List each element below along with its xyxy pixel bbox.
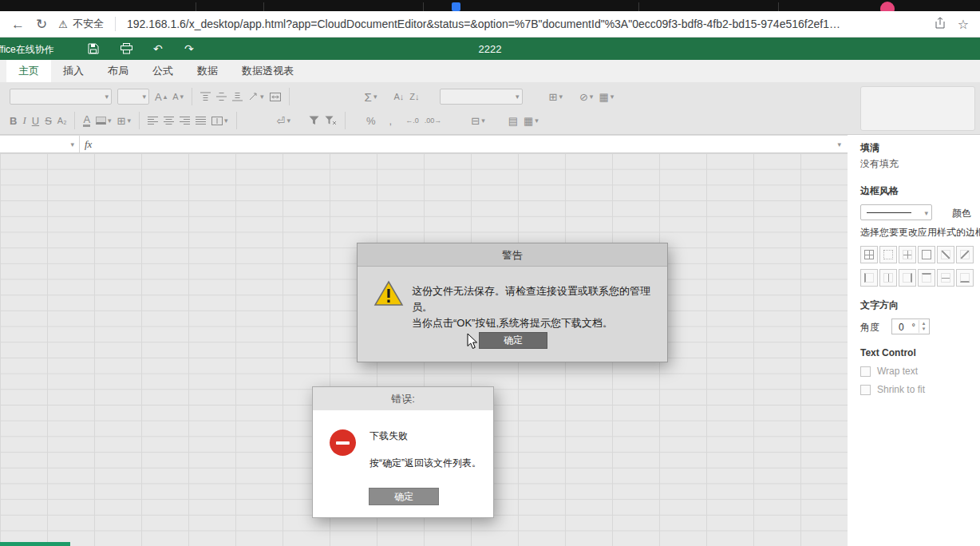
increase-decimal-button[interactable]: .00→: [425, 117, 442, 125]
tab-separator: [263, 2, 264, 11]
tab-pivot-table[interactable]: 数据透视表: [230, 60, 306, 82]
fill-color-button[interactable]: ▾: [96, 117, 112, 125]
border-left-button[interactable]: [860, 269, 878, 287]
align-top-icon[interactable]: [200, 92, 211, 101]
border-top-button[interactable]: [918, 269, 935, 287]
fill-section-label: 填满: [860, 141, 879, 155]
error-dialog-title[interactable]: 错误:: [313, 387, 493, 410]
delete-cells-button[interactable]: ⊟▾: [471, 115, 484, 127]
increase-font-button[interactable]: A▴: [155, 91, 167, 103]
border-all-button[interactable]: [860, 246, 878, 263]
warning-dialog-title[interactable]: 警告: [358, 243, 667, 267]
borders-button[interactable]: ⊞▾: [117, 115, 131, 127]
number-format-select[interactable]: ▾: [440, 89, 523, 105]
decrease-font-button[interactable]: A▾: [172, 92, 184, 101]
bold-button[interactable]: B: [10, 115, 17, 127]
border-inner-button[interactable]: [899, 246, 916, 263]
chevron-down-icon: ▾: [924, 210, 928, 217]
strikethrough-button[interactable]: S: [45, 115, 52, 127]
comma-style-button[interactable]: ,: [389, 115, 393, 127]
percent-style-button[interactable]: %: [366, 115, 376, 127]
name-box[interactable]: ▾: [0, 136, 80, 152]
filter-icon[interactable]: [309, 116, 319, 125]
merge-center-button[interactable]: ▾: [211, 117, 228, 125]
error-ok-button[interactable]: 确定: [369, 488, 439, 505]
expand-formula-bar-icon[interactable]: ▾: [837, 141, 841, 148]
clear-filter-icon[interactable]: [325, 116, 337, 125]
border-right-button[interactable]: [899, 269, 916, 287]
line-style-sample: [867, 212, 911, 213]
reload-icon[interactable]: ↻: [36, 18, 47, 31]
font-size-select[interactable]: ▾: [117, 89, 149, 105]
tab-separator: [196, 2, 196, 11]
border-diagonal-up-button[interactable]: [937, 246, 954, 263]
align-left-icon[interactable]: [148, 116, 158, 125]
align-center-icon[interactable]: [164, 116, 174, 125]
profile-avatar[interactable]: [880, 2, 895, 11]
caret-up-icon: ▴: [164, 93, 168, 101]
align-middle-icon[interactable]: [216, 92, 227, 101]
tab-layout[interactable]: 布局: [96, 60, 140, 82]
warning-ok-button[interactable]: 确定: [479, 332, 547, 349]
border-presets-row-2: [860, 269, 974, 287]
browser-tab-strip[interactable]: [0, 0, 980, 11]
border-horizontal-button[interactable]: [937, 269, 954, 287]
back-icon[interactable]: ←: [11, 18, 25, 31]
warning-triangle-icon: ⚠: [58, 18, 68, 30]
font-family-select[interactable]: ▾: [10, 89, 112, 105]
cell-style-button[interactable]: ▦▾: [599, 91, 614, 103]
format-table-button[interactable]: ▦▾: [524, 115, 539, 127]
border-bottom-button[interactable]: [956, 269, 974, 287]
shrink-to-fit-checkbox[interactable]: [860, 385, 871, 395]
divider: [289, 88, 290, 105]
fx-icon[interactable]: fx: [85, 138, 92, 151]
border-outline-button[interactable]: [918, 246, 935, 263]
wrap-text-button[interactable]: ⏎▾: [277, 115, 290, 127]
text-control-label: Text Control: [860, 347, 916, 358]
bookmark-star-icon[interactable]: ☆: [958, 17, 969, 32]
sort-descending-button[interactable]: Z↓: [409, 92, 419, 101]
angle-spinner[interactable]: 0 ° ▴ ▾: [891, 318, 930, 334]
justify-icon[interactable]: [196, 116, 206, 125]
tab-insert[interactable]: 插入: [51, 60, 96, 82]
tab-formulas[interactable]: 公式: [140, 60, 185, 82]
subscript-button[interactable]: A₂: [57, 116, 67, 125]
decrease-decimal-button[interactable]: ←.0: [405, 117, 419, 125]
align-right-icon[interactable]: [180, 116, 190, 125]
spinner-up-icon[interactable]: ▴: [923, 320, 926, 326]
spinner-down-icon[interactable]: ▾: [923, 326, 926, 331]
row-format-button[interactable]: ▤: [508, 115, 518, 127]
border-diagonal-down-button[interactable]: [956, 246, 974, 263]
font-color-button[interactable]: A: [83, 114, 90, 128]
border-color-label[interactable]: 颜色: [952, 207, 971, 220]
ribbon-tab-bar: 主页 插入 布局 公式 数据 数据透视表: [0, 60, 980, 82]
warning-message-line1: 这份文件无法保存。请检查连接设置或联系您的管理员。: [412, 283, 666, 315]
clear-button[interactable]: ⊘▾: [579, 91, 593, 103]
merge-cells-icon[interactable]: [270, 93, 281, 101]
autosum-button[interactable]: Σ▾: [365, 90, 377, 104]
security-indicator[interactable]: ⚠ 不安全: [58, 17, 104, 31]
spinner-arrows[interactable]: ▴ ▾: [919, 320, 928, 333]
tab-data[interactable]: 数据: [185, 60, 230, 82]
wrap-text-row: Wrap text: [860, 366, 918, 377]
warning-message: 这份文件无法保存。请检查连接设置或联系您的管理员。 当你点击“OK”按钮,系统将…: [412, 283, 666, 331]
formula-bar: ▾ fx ▾: [0, 135, 848, 153]
sort-ascending-button[interactable]: A↓: [393, 92, 404, 101]
underline-button[interactable]: U: [32, 115, 39, 127]
border-dotted-button[interactable]: [879, 246, 897, 263]
border-line-style-select[interactable]: ▾: [860, 204, 932, 220]
angle-value: 0: [899, 322, 904, 333]
italic-button[interactable]: I: [22, 114, 26, 127]
tab-favicon: [452, 2, 460, 11]
align-bottom-icon[interactable]: [232, 92, 243, 101]
url-text[interactable]: 192.168.1.6/x_desktop/app.html?app=Cloud…: [127, 18, 923, 30]
fill-value[interactable]: 没有填充: [860, 157, 899, 171]
insert-cells-button[interactable]: ⊞▾: [549, 91, 563, 103]
text-orientation-icon[interactable]: ▾: [248, 92, 264, 101]
wrap-text-checkbox[interactable]: [860, 366, 871, 377]
angle-label: 角度: [860, 321, 879, 334]
tab-home[interactable]: 主页: [6, 60, 51, 82]
share-icon[interactable]: [934, 17, 946, 32]
security-label: 不安全: [73, 17, 104, 31]
border-vertical-button[interactable]: [879, 269, 897, 287]
